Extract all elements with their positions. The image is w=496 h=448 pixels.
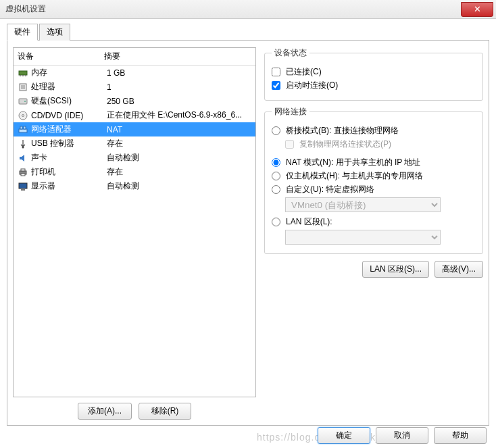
- hw-summary: 自动检测: [107, 180, 251, 192]
- device-state-legend: 设备状态: [272, 47, 309, 59]
- svg-rect-16: [21, 174, 25, 176]
- printer-icon: [18, 167, 28, 178]
- custom-vmnet-select: VMnet0 (自动桥接): [285, 197, 441, 212]
- svg-rect-5: [21, 85, 25, 89]
- hw-row-cpu[interactable]: 处理器 1: [14, 80, 255, 94]
- svg-rect-10: [19, 129, 27, 132]
- svg-rect-3: [25, 75, 26, 76]
- connected-checkbox[interactable]: [272, 68, 280, 76]
- svg-point-13: [22, 146, 24, 148]
- cd-icon: [18, 110, 28, 121]
- svg-rect-0: [19, 71, 27, 75]
- memory-icon: [18, 68, 28, 78]
- hw-label: CD/DVD (IDE): [31, 111, 104, 120]
- svg-rect-6: [19, 99, 27, 104]
- advanced-button[interactable]: 高级(V)...: [435, 261, 483, 278]
- hw-label: 声卡: [31, 152, 104, 164]
- svg-rect-1: [20, 75, 21, 76]
- lan-segment-select: [285, 230, 441, 245]
- svg-rect-12: [24, 126, 26, 129]
- svg-rect-2: [22, 75, 24, 76]
- hardware-list[interactable]: 设备 摘要 内存 1 GB 处理器 1 硬盘(SCSI) 250 GB: [13, 47, 256, 397]
- hw-label: 内存: [31, 67, 104, 78]
- disk-icon: [18, 96, 28, 107]
- hw-summary: 1: [107, 82, 251, 92]
- lan-segment-radio[interactable]: [272, 218, 280, 226]
- hw-summary: 1 GB: [107, 68, 251, 78]
- hw-summary: 自动检测: [107, 152, 251, 164]
- hw-label: 网络适配器: [31, 124, 104, 135]
- network-connection-group: 网络连接 桥接模式(B): 直接连接物理网络 复制物理网络连接状态(P) NAT…: [264, 106, 483, 254]
- hw-row-cddvd[interactable]: CD/DVD (IDE) 正在使用文件 E:\CentOS-6.9-x86_6.…: [14, 108, 255, 122]
- svg-rect-15: [21, 169, 25, 171]
- lan-segment-label: LAN 区段(L):: [286, 216, 332, 228]
- network-icon: [18, 124, 28, 135]
- lan-segments-button[interactable]: LAN 区段(S)...: [362, 261, 429, 278]
- svg-rect-11: [20, 126, 22, 129]
- hw-row-memory[interactable]: 内存 1 GB: [14, 66, 255, 80]
- replicate-label: 复制物理网络连接状态(P): [299, 139, 391, 150]
- bridged-label: 桥接模式(B): 直接连接物理网络: [286, 125, 399, 136]
- connect-at-poweron-label: 启动时连接(O): [286, 80, 338, 91]
- hw-label: 处理器: [31, 81, 104, 93]
- device-state-group: 设备状态 已连接(C) 启动时连接(O): [264, 47, 483, 101]
- hw-summary: 存在: [107, 138, 251, 149]
- cpu-icon: [18, 82, 28, 93]
- hw-row-network[interactable]: 网络适配器 NAT: [14, 122, 255, 136]
- network-legend: 网络连接: [272, 106, 309, 118]
- hw-summary: 250 GB: [107, 97, 251, 106]
- hostonly-label: 仅主机模式(H): 与主机共享的专用网络: [286, 170, 423, 182]
- svg-point-9: [22, 114, 24, 116]
- connect-at-poweron-checkbox[interactable]: [272, 81, 280, 90]
- hw-row-display[interactable]: 显示器 自动检测: [14, 179, 255, 193]
- cancel-button[interactable]: 取消: [376, 427, 428, 444]
- tab-options[interactable]: 选项: [39, 24, 70, 41]
- hw-row-disk[interactable]: 硬盘(SCSI) 250 GB: [14, 94, 255, 108]
- window-close-button[interactable]: ✕: [461, 2, 493, 17]
- col-device: 设备: [18, 51, 104, 62]
- svg-rect-18: [21, 189, 25, 191]
- hw-label: 打印机: [31, 166, 104, 178]
- replicate-checkbox: [285, 140, 294, 149]
- hw-row-sound[interactable]: 声卡 自动检测: [14, 151, 255, 165]
- ok-button[interactable]: 确定: [318, 427, 370, 444]
- hw-summary: NAT: [107, 125, 251, 134]
- hw-summary: 正在使用文件 E:\CentOS-6.9-x86_6...: [107, 109, 251, 121]
- hw-label: 显示器: [31, 180, 104, 192]
- hw-row-printer[interactable]: 打印机 存在: [14, 165, 255, 179]
- add-hardware-button[interactable]: 添加(A)...: [78, 403, 132, 420]
- nat-label: NAT 模式(N): 用于共享主机的 IP 地址: [286, 157, 420, 168]
- hw-label: 硬盘(SCSI): [31, 95, 104, 107]
- nat-radio[interactable]: [272, 158, 280, 167]
- tab-hardware[interactable]: 硬件: [7, 24, 38, 41]
- custom-radio[interactable]: [272, 185, 280, 194]
- hw-label: USB 控制器: [31, 138, 104, 149]
- sound-icon: [18, 153, 28, 164]
- window-title: 虚拟机设置: [5, 3, 46, 15]
- svg-point-7: [24, 101, 26, 102]
- remove-hardware-button[interactable]: 移除(R): [139, 403, 191, 420]
- help-button[interactable]: 帮助: [434, 427, 487, 444]
- hw-row-usb[interactable]: USB 控制器 存在: [14, 136, 255, 151]
- connected-label: 已连接(C): [286, 66, 322, 78]
- usb-icon: [18, 139, 28, 149]
- col-summary: 摘要: [104, 51, 251, 62]
- display-icon: [18, 181, 28, 192]
- svg-rect-17: [19, 183, 27, 189]
- bridged-radio[interactable]: [272, 126, 280, 135]
- hostonly-radio[interactable]: [272, 172, 280, 180]
- hw-summary: 存在: [107, 166, 251, 178]
- custom-label: 自定义(U): 特定虚拟网络: [286, 184, 374, 195]
